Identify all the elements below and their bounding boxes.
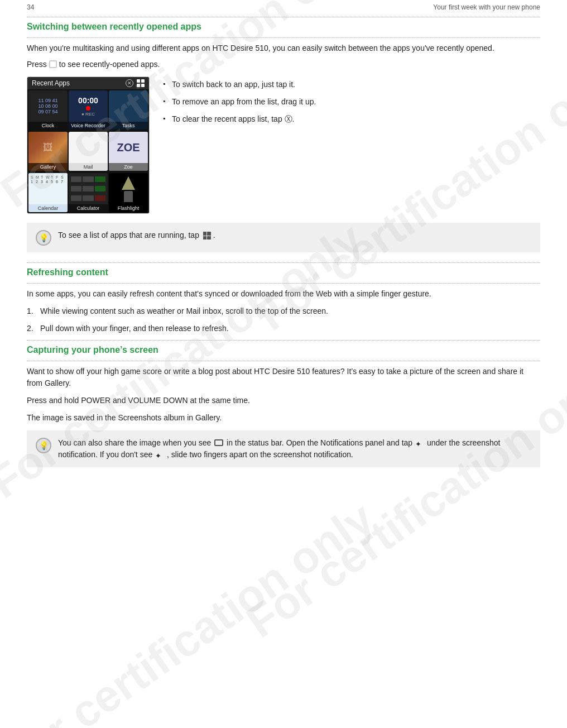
recent-apps-title: Recent Apps	[32, 79, 70, 87]
apps-row-2: 🖼 Gallery Mail	[27, 131, 149, 172]
share-star-icon-2: ✦	[155, 451, 164, 459]
section3-divider-top	[27, 340, 540, 341]
calculator-thumb: Calculator	[69, 173, 108, 212]
bullet-1: To switch back to an app, just tap it.	[163, 79, 540, 90]
calendar-label: Calendar	[28, 204, 68, 212]
section1-divider-bottom	[27, 37, 540, 38]
recording-dot	[86, 106, 90, 111]
apps-row-3: S M T W T F S 1 2 3 4 5 6	[27, 172, 149, 213]
tip-1-text: To see a list of apps that are running, …	[58, 229, 215, 241]
section3-divider-bottom	[27, 361, 540, 361]
notification-bar-icon	[214, 439, 223, 446]
clock-app-thumb: 11 09 41 10 08 00 09 07 54 Clock	[28, 90, 68, 130]
section1-heading: Switching between recently opened apps	[27, 22, 540, 32]
voice-recorder-thumb: 00:00 ● REC Voice Recorder	[69, 90, 108, 130]
flashlight-label: Flashlight	[109, 204, 148, 212]
apps-row-1: 11 09 41 10 08 00 09 07 54 Clock 00:00 ●…	[27, 89, 149, 131]
bullet-3: To clear the recent apps list, tap Ⓧ.	[163, 113, 540, 125]
section1-intro: When you're multitasking and using diffe…	[27, 42, 540, 54]
section3-intro3: The image is saved in the Screenshots al…	[27, 412, 540, 424]
section3-intro1: Want to show off your high game score or…	[27, 366, 540, 389]
top-bar-icons: ✕	[126, 79, 145, 87]
tip-box-1: 💡 To see a list of apps that are running…	[27, 223, 540, 252]
tasks-label: Tasks	[109, 122, 148, 130]
apps-section: Recent Apps ✕ 11 09 41 10 08 00 09 07 54	[27, 76, 540, 214]
share-star-icon: ✦	[415, 439, 424, 448]
clock-label: Clock	[28, 122, 68, 130]
grid-apps-icon	[203, 232, 211, 240]
tasks-thumb: Tasks	[109, 90, 148, 130]
page-title-header: Your first week with your new phone	[433, 3, 540, 11]
section3-intro2: Press and hold POWER and VOLUME DOWN at …	[27, 395, 540, 406]
bullets-list: To switch back to an app, just tap it. T…	[163, 79, 540, 125]
close-icon: ✕	[126, 79, 133, 87]
section2-steps: 1. While viewing content such as weather…	[27, 305, 540, 334]
tip-box-2: 💡 You can also share the image when you …	[27, 430, 540, 467]
phone-screenshot: Recent Apps ✕ 11 09 41 10 08 00 09 07 54	[27, 76, 150, 214]
press-text: Press	[27, 60, 47, 69]
press-suffix: to see recently-opened apps.	[59, 60, 160, 69]
section2-divider-bottom	[27, 283, 540, 284]
screenshot-top-bar: Recent Apps ✕	[27, 77, 149, 89]
page-number: 34	[27, 3, 34, 11]
voice-recorder-label: Voice Recorder	[69, 122, 108, 130]
mail-label: Mail	[69, 163, 108, 171]
zoe-label: Zoe	[109, 163, 148, 171]
tip-2-text: You can also share the image when you se…	[58, 437, 531, 461]
gallery-label: Gallery	[28, 163, 68, 171]
calendar-thumb: S M T W T F S 1 2 3 4 5 6	[28, 173, 68, 212]
zoe-thumb: ZOE Zoe	[109, 132, 148, 171]
bullet-2: To remove an app from the list, drag it …	[163, 96, 540, 108]
calculator-label: Calculator	[69, 204, 108, 212]
section2-divider-top	[27, 262, 540, 263]
watermark-5: For certification only	[0, 492, 383, 728]
tip-icon-1: 💡	[36, 230, 51, 246]
press-instruction: Press to see recently-opened apps.	[27, 60, 540, 69]
flashlight-thumb: Flashlight	[109, 173, 148, 212]
page-header: 34 Your first week with your new phone	[27, 0, 540, 17]
flashlight-beam	[122, 176, 135, 190]
section1-divider-top	[27, 17, 540, 17]
section2-intro: In some apps, you can easily refresh con…	[27, 288, 540, 300]
grid-view-icon	[137, 79, 145, 87]
step-1: 1. While viewing content such as weather…	[27, 305, 540, 317]
section3-heading: Capturing your phone’s screen	[27, 345, 540, 355]
tip-icon-2: 💡	[36, 438, 51, 453]
time-display: 00:00	[78, 96, 98, 105]
step-2: 2. Pull down with your finger, and then …	[27, 323, 540, 334]
page-wrapper: 34 Your first week with your new phone S…	[0, 0, 567, 467]
bullets-container: To switch back to an app, just tap it. T…	[163, 76, 540, 214]
gallery-thumb: 🖼 Gallery	[28, 132, 68, 171]
recent-apps-button-icon	[49, 60, 57, 68]
section2-heading: Refreshing content	[27, 267, 540, 277]
mail-thumb: Mail	[69, 132, 108, 171]
